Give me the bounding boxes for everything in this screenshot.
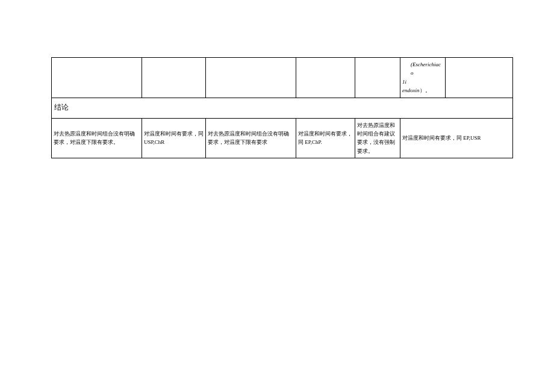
cell-r1-c7: [446, 58, 513, 98]
cell-r1-c5: [355, 58, 400, 98]
table-row: (Escherichiaco 1i endoxin）。: [52, 58, 513, 98]
cell-r3-c5: 对去热原温度和时间组合有建议要求，没有强制要求。: [355, 118, 400, 158]
escherichia-text: (Escherichiaco: [411, 61, 441, 76]
bacteria-line2: 1i: [402, 79, 406, 85]
table-row: 对去热原温度和时间组合没有明确要求，对温度下限有要求。 对温度和时间有要求，同 …: [52, 118, 513, 158]
table-row: 结论: [52, 98, 513, 118]
comparison-table: (Escherichiaco 1i endoxin）。 结论 对去热原温度和时间…: [51, 57, 513, 158]
cell-r3-c1: 对去热原温度和时间组合没有明确要求，对温度下限有要求。: [52, 118, 142, 158]
cell-r1-c1: [52, 58, 142, 98]
cell-r1-c3: [206, 58, 296, 98]
cell-r3-c2: 对温度和时间有要求，同 USP,ChR: [142, 118, 206, 158]
cell-r1-c6: (Escherichiaco 1i endoxin）。: [400, 58, 446, 98]
endoxin-suffix: ）。: [420, 87, 431, 93]
cell-r3-c4: 对温度和时间有要求，同 EP,ChP.: [296, 118, 355, 158]
conclusion-header: 结论: [52, 98, 513, 118]
cell-r1-c2: [142, 58, 206, 98]
cell-r3-c3: 对去热原温度和时间组合没有明确要求，对温度下限有要求: [206, 118, 296, 158]
cell-r1-c4: [296, 58, 355, 98]
endoxin-text: endoxin: [402, 87, 420, 93]
cell-r3-c6: 对温度和时间有要求，同 EP,USR: [400, 118, 513, 158]
